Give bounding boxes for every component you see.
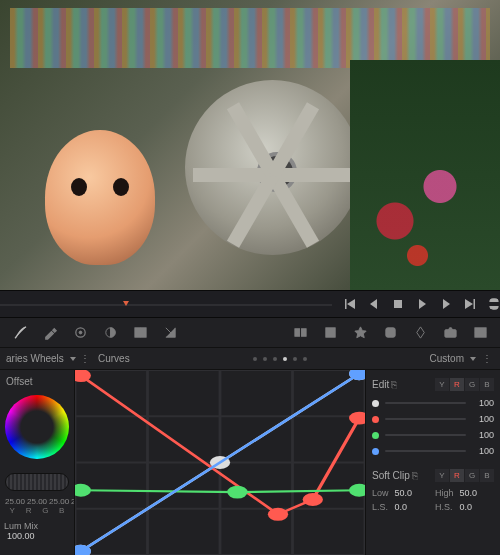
edit-channel-row[interactable]: 100 xyxy=(372,395,494,411)
palette-header: aries Wheels ⋮ Curves Custom ⋮ xyxy=(0,348,500,370)
first-frame-button[interactable] xyxy=(344,297,356,311)
viewer-content-flora xyxy=(350,60,500,290)
video-viewer[interactable] xyxy=(0,0,500,290)
balance-icon[interactable] xyxy=(72,325,88,341)
edit-panel: Edit ⎘ Y R G B 100100100100 Soft Clip ⎘ … xyxy=(365,370,500,555)
eyedropper-icon[interactable] xyxy=(42,325,58,341)
timeline-track[interactable] xyxy=(0,304,332,310)
mask-icon[interactable] xyxy=(382,325,398,341)
svg-point-2 xyxy=(79,331,82,334)
softclip-channel-toggle[interactable]: Y R G B xyxy=(435,469,494,482)
curve-node[interactable] xyxy=(268,508,288,521)
svg-rect-0 xyxy=(394,300,402,308)
edit-section-label: Edit xyxy=(372,379,389,390)
curves-preset-dropdown[interactable]: Custom xyxy=(430,353,476,364)
reference-icon[interactable] xyxy=(132,325,148,341)
chevron-down-icon xyxy=(470,357,476,361)
link-channels-icon[interactable]: ⎘ xyxy=(391,379,397,390)
edit-channel-row[interactable]: 100 xyxy=(372,427,494,443)
curves-options-button[interactable]: ⋮ xyxy=(480,352,494,366)
view-split-icon[interactable] xyxy=(472,325,488,341)
gallery-b-icon[interactable] xyxy=(322,325,338,341)
keyframe-icon[interactable] xyxy=(412,325,428,341)
curves-graph[interactable] xyxy=(75,370,365,555)
edit-channel-row[interactable]: 100 xyxy=(372,443,494,459)
capture-icon[interactable] xyxy=(442,325,458,341)
wheels-mode-label: aries Wheels xyxy=(6,353,64,364)
loop-button[interactable] xyxy=(488,297,500,311)
gallery-a-icon[interactable] xyxy=(292,325,308,341)
offset-jog-wheel[interactable] xyxy=(5,473,69,491)
svg-point-11 xyxy=(448,332,452,336)
curve-node[interactable] xyxy=(227,486,247,499)
lum-mix-field[interactable]: Lum Mix 100.00 xyxy=(4,521,70,541)
curves-preset-label: Custom xyxy=(430,353,464,364)
edit-channel-toggle[interactable]: Y R G B xyxy=(435,378,494,391)
transport-bar xyxy=(0,290,500,318)
link-softclip-icon[interactable]: ⎘ xyxy=(412,470,418,481)
svg-rect-7 xyxy=(325,328,334,337)
svg-rect-5 xyxy=(294,329,299,337)
wheels-mode-dropdown[interactable]: aries Wheels xyxy=(6,353,78,364)
wipe-icon[interactable] xyxy=(162,325,178,341)
play-button[interactable] xyxy=(416,297,428,311)
curve-node[interactable] xyxy=(349,412,365,425)
softclip-section-label: Soft Clip xyxy=(372,470,410,481)
next-frame-button[interactable] xyxy=(440,297,452,311)
edit-channel-row[interactable]: 100 xyxy=(372,411,494,427)
svg-rect-6 xyxy=(301,329,306,337)
palette-toolbar xyxy=(0,318,500,348)
curve-node[interactable] xyxy=(349,484,365,497)
offset-values[interactable]: 25.00 25.00 25.00 25.00 xyxy=(5,497,69,506)
softclip-grid[interactable]: Low50.0 High50.0 L.S.0.0 H.S.0.0 xyxy=(372,488,494,512)
curves-title: Curves xyxy=(98,353,130,364)
wheels-options-button[interactable]: ⋮ xyxy=(78,352,92,366)
curve-node[interactable] xyxy=(303,493,323,506)
playhead-icon[interactable] xyxy=(123,301,129,306)
color-wheel-panel: Offset 25.00 25.00 25.00 25.00 Y R G B L… xyxy=(0,370,75,555)
viewer-content-doll xyxy=(45,130,155,265)
curves-tool-icon[interactable] xyxy=(12,325,28,341)
offset-color-wheel[interactable] xyxy=(5,395,69,459)
prev-frame-button[interactable] xyxy=(368,297,380,311)
highlight-icon[interactable] xyxy=(352,325,368,341)
last-frame-button[interactable] xyxy=(464,297,476,311)
offset-wheel-label: Offset xyxy=(6,376,33,387)
contrast-icon[interactable] xyxy=(102,325,118,341)
svg-point-9 xyxy=(388,330,393,335)
curves-page-indicator[interactable] xyxy=(130,357,430,361)
stop-button[interactable] xyxy=(392,297,404,311)
viewer-content-reel xyxy=(185,80,360,255)
chevron-down-icon xyxy=(70,357,76,361)
curve-node[interactable] xyxy=(75,484,91,497)
